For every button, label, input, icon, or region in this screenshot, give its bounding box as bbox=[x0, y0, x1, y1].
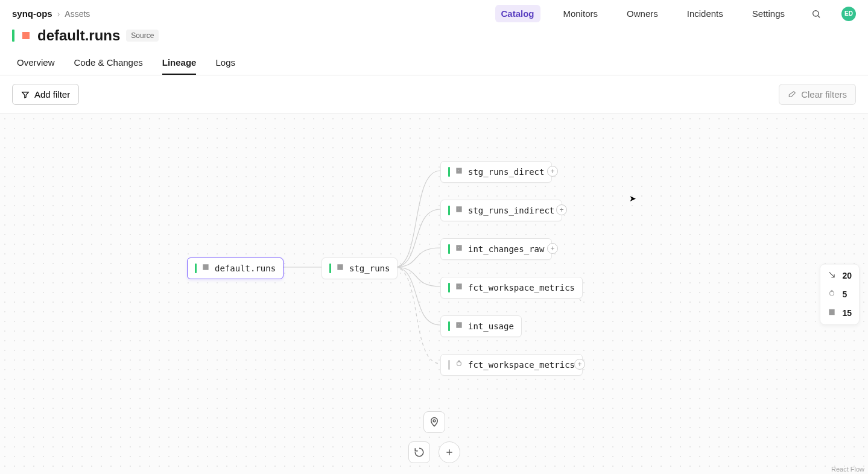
reset-button[interactable] bbox=[408, 441, 430, 463]
nav-catalog[interactable]: Catalog bbox=[495, 5, 540, 22]
node-label: stg_runs bbox=[349, 264, 390, 273]
breadcrumb: synq-ops › Assets bbox=[12, 8, 90, 19]
status-indicator bbox=[448, 244, 450, 254]
nav-owners[interactable]: Owners bbox=[621, 5, 664, 22]
expand-plus-button[interactable]: + bbox=[556, 204, 567, 215]
node-fct-workspace-metrics[interactable]: fct_workspace_metrics bbox=[440, 277, 583, 299]
node-label: stg_runs_indirect bbox=[468, 206, 554, 215]
legend-arrow-count: 20 bbox=[842, 271, 852, 280]
svg-line-1 bbox=[818, 16, 820, 17]
svg-point-0 bbox=[813, 10, 819, 16]
attribution-text: React Flow bbox=[831, 466, 864, 473]
tab-overview[interactable]: Overview bbox=[17, 52, 55, 75]
status-indicator bbox=[329, 264, 331, 273]
arrow-down-right-icon bbox=[828, 270, 836, 280]
dbt-icon bbox=[455, 282, 463, 293]
node-int-usage[interactable]: int_usage bbox=[440, 315, 522, 337]
pin-icon bbox=[429, 417, 440, 428]
org-name[interactable]: synq-ops bbox=[12, 8, 52, 19]
node-label: int_usage bbox=[468, 321, 514, 331]
chevron-icon: › bbox=[57, 9, 60, 19]
filter-icon bbox=[21, 90, 30, 99]
svg-point-3 bbox=[458, 361, 460, 362]
nav-settings[interactable]: Settings bbox=[746, 5, 791, 22]
locate-button[interactable] bbox=[423, 411, 445, 433]
status-indicator bbox=[448, 167, 450, 177]
svg-point-6 bbox=[433, 420, 436, 422]
plus-icon bbox=[445, 447, 454, 457]
dbt-icon bbox=[828, 308, 836, 318]
dbt-icon bbox=[455, 244, 463, 254]
canvas-controls bbox=[408, 411, 460, 463]
add-filter-label: Add filter bbox=[34, 89, 70, 100]
legend-circle-count: 5 bbox=[842, 289, 847, 299]
dbt-icon bbox=[201, 263, 210, 274]
circle-icon bbox=[455, 359, 463, 370]
page-tabs: Overview Code & Changes Lineage Logs bbox=[0, 49, 868, 75]
main-nav: Catalog Monitors Owners Incidents Settin… bbox=[495, 5, 856, 22]
node-label: int_changes_raw bbox=[468, 244, 544, 254]
node-stg-runs-indirect[interactable]: stg_runs_indirect bbox=[440, 200, 562, 221]
tab-logs[interactable]: Logs bbox=[215, 52, 235, 75]
dbt-icon bbox=[21, 30, 31, 41]
legend-panel: 20 5 15 bbox=[820, 264, 860, 324]
nav-incidents[interactable]: Incidents bbox=[681, 5, 729, 22]
zoom-in-button[interactable] bbox=[439, 441, 460, 463]
status-indicator bbox=[448, 206, 450, 215]
tab-lineage[interactable]: Lineage bbox=[162, 52, 197, 75]
undo-icon bbox=[414, 447, 425, 458]
breadcrumb-assets[interactable]: Assets bbox=[65, 9, 90, 19]
search-icon[interactable] bbox=[808, 5, 825, 22]
node-stg-runs-direct[interactable]: stg_runs_direct bbox=[440, 161, 552, 183]
add-filter-button[interactable]: Add filter bbox=[12, 84, 79, 105]
page-title: default.runs bbox=[37, 27, 120, 44]
cursor-icon: ➤ bbox=[629, 194, 636, 203]
dbt-icon bbox=[455, 166, 463, 177]
dbt-icon bbox=[455, 205, 463, 216]
tab-code-changes[interactable]: Code & Changes bbox=[74, 52, 143, 75]
lineage-canvas[interactable]: default.runs stg_runs stg_runs_direct + … bbox=[0, 114, 868, 474]
dbt-icon bbox=[455, 321, 463, 332]
node-fct-workspace-metrics-b[interactable]: fct_workspace_metrics bbox=[440, 354, 583, 376]
clear-filters-label: Clear filters bbox=[801, 89, 847, 100]
circle-icon bbox=[828, 289, 836, 299]
legend-x-count: 15 bbox=[842, 308, 852, 318]
status-indicator bbox=[448, 283, 450, 292]
node-label: fct_workspace_metrics bbox=[468, 360, 575, 370]
expand-plus-button[interactable]: + bbox=[574, 359, 585, 370]
expand-plus-button[interactable]: + bbox=[547, 243, 558, 254]
node-stg-runs[interactable]: stg_runs bbox=[322, 258, 398, 279]
node-int-changes-raw[interactable]: int_changes_raw bbox=[440, 238, 552, 260]
nav-monitors[interactable]: Monitors bbox=[557, 5, 604, 22]
node-label: stg_runs_direct bbox=[468, 167, 544, 177]
eraser-icon bbox=[788, 90, 796, 99]
node-default-runs[interactable]: default.runs bbox=[187, 258, 284, 279]
node-label: fct_workspace_metrics bbox=[468, 283, 575, 292]
clear-filters-button[interactable]: Clear filters bbox=[779, 84, 856, 105]
expand-plus-button[interactable]: + bbox=[547, 166, 558, 177]
status-bar-icon bbox=[12, 30, 14, 42]
source-badge: Source bbox=[126, 30, 159, 42]
status-indicator bbox=[448, 321, 450, 331]
status-indicator bbox=[195, 264, 197, 273]
node-label: default.runs bbox=[215, 264, 276, 273]
status-indicator bbox=[448, 360, 450, 370]
dbt-icon bbox=[336, 263, 344, 274]
avatar[interactable]: ED bbox=[841, 7, 856, 21]
